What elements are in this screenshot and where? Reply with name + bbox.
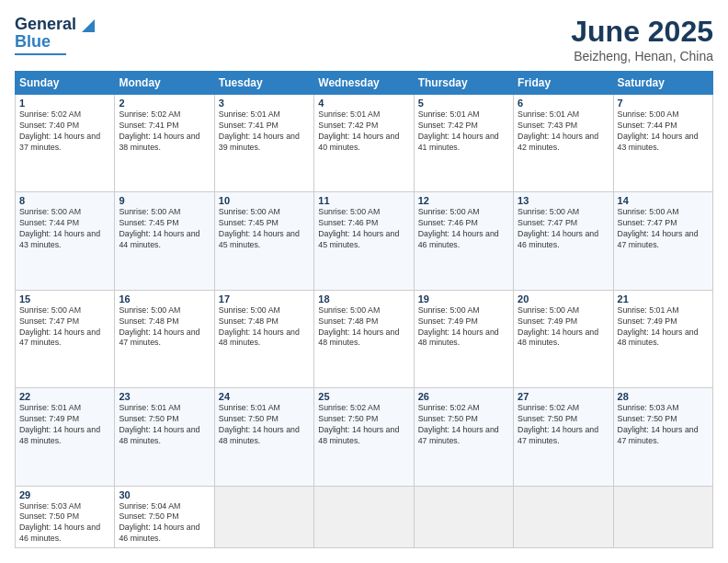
title-section: June 2025 Beizheng, Henan, China: [571, 15, 713, 63]
day-info: Sunrise: 5:00 AM Sunset: 7:48 PM Dayligh…: [219, 305, 310, 350]
day-number: 19: [418, 293, 509, 304]
table-row: 23 Sunrise: 5:01 AM Sunset: 7:50 PM Dayl…: [115, 388, 214, 486]
table-row: 28 Sunrise: 5:03 AM Sunset: 7:50 PM Dayl…: [613, 388, 712, 486]
day-number: 13: [518, 195, 609, 206]
day-number: 24: [219, 391, 310, 402]
day-number: 29: [19, 489, 110, 500]
table-row: [214, 486, 313, 548]
day-number: 25: [318, 391, 409, 402]
day-number: 27: [518, 391, 609, 402]
table-row: 11 Sunrise: 5:00 AM Sunset: 7:46 PM Dayl…: [314, 192, 414, 290]
table-row: 30 Sunrise: 5:04 AM Sunset: 7:50 PM Dayl…: [115, 486, 214, 548]
table-row: 18 Sunrise: 5:00 AM Sunset: 7:48 PM Dayl…: [314, 290, 414, 387]
day-info: Sunrise: 5:01 AM Sunset: 7:42 PM Dayligh…: [318, 109, 409, 154]
logo-underline: [15, 53, 66, 55]
day-info: Sunrise: 5:01 AM Sunset: 7:42 PM Dayligh…: [418, 109, 509, 154]
table-row: 25 Sunrise: 5:02 AM Sunset: 7:50 PM Dayl…: [314, 388, 414, 486]
svg-marker-0: [82, 19, 95, 32]
header-monday: Monday: [115, 72, 214, 95]
table-row: 4 Sunrise: 5:01 AM Sunset: 7:42 PM Dayli…: [314, 95, 414, 192]
header-wednesday: Wednesday: [314, 72, 414, 95]
day-info: Sunrise: 5:00 AM Sunset: 7:45 PM Dayligh…: [119, 207, 210, 251]
day-info: Sunrise: 5:00 AM Sunset: 7:48 PM Dayligh…: [119, 305, 210, 350]
day-number: 23: [119, 391, 210, 402]
header-saturday: Saturday: [613, 72, 712, 95]
table-row: 20 Sunrise: 5:00 AM Sunset: 7:49 PM Dayl…: [514, 290, 613, 387]
table-row: 19 Sunrise: 5:00 AM Sunset: 7:49 PM Dayl…: [414, 290, 513, 387]
day-info: Sunrise: 5:00 AM Sunset: 7:46 PM Dayligh…: [418, 207, 509, 251]
day-info: Sunrise: 5:02 AM Sunset: 7:50 PM Dayligh…: [518, 403, 609, 447]
day-info: Sunrise: 5:00 AM Sunset: 7:47 PM Dayligh…: [19, 305, 110, 350]
day-number: 17: [219, 293, 310, 304]
day-info: Sunrise: 5:00 AM Sunset: 7:45 PM Dayligh…: [219, 207, 310, 251]
day-number: 7: [618, 98, 709, 109]
day-number: 18: [318, 293, 409, 304]
day-number: 21: [618, 293, 709, 304]
day-number: 4: [318, 98, 409, 109]
day-info: Sunrise: 5:02 AM Sunset: 7:50 PM Dayligh…: [418, 403, 509, 447]
day-number: 12: [418, 195, 509, 206]
day-info: Sunrise: 5:00 AM Sunset: 7:48 PM Dayligh…: [318, 305, 409, 350]
table-row: 13 Sunrise: 5:00 AM Sunset: 7:47 PM Dayl…: [514, 192, 613, 290]
day-info: Sunrise: 5:04 AM Sunset: 7:50 PM Dayligh…: [119, 501, 210, 546]
page: General Blue June 2025 Beizheng, Henan, …: [0, 0, 728, 563]
day-number: 8: [19, 195, 110, 206]
day-info: Sunrise: 5:00 AM Sunset: 7:47 PM Dayligh…: [518, 207, 609, 251]
table-row: 15 Sunrise: 5:00 AM Sunset: 7:47 PM Dayl…: [16, 290, 115, 387]
table-row: 21 Sunrise: 5:01 AM Sunset: 7:49 PM Dayl…: [613, 290, 712, 387]
day-info: Sunrise: 5:00 AM Sunset: 7:49 PM Dayligh…: [518, 305, 609, 350]
header-tuesday: Tuesday: [214, 72, 313, 95]
calendar-subtitle: Beizheng, Henan, China: [571, 49, 713, 63]
header-thursday: Thursday: [414, 72, 513, 95]
day-info: Sunrise: 5:03 AM Sunset: 7:50 PM Dayligh…: [19, 501, 110, 546]
table-row: [314, 486, 414, 548]
day-info: Sunrise: 5:01 AM Sunset: 7:49 PM Dayligh…: [618, 305, 709, 350]
day-info: Sunrise: 5:00 AM Sunset: 7:47 PM Dayligh…: [618, 207, 709, 251]
day-info: Sunrise: 5:02 AM Sunset: 7:50 PM Dayligh…: [318, 403, 409, 447]
table-row: 27 Sunrise: 5:02 AM Sunset: 7:50 PM Dayl…: [514, 388, 613, 486]
day-number: 11: [318, 195, 409, 206]
day-info: Sunrise: 5:03 AM Sunset: 7:50 PM Dayligh…: [618, 403, 709, 447]
day-number: 3: [219, 98, 310, 109]
day-info: Sunrise: 5:02 AM Sunset: 7:40 PM Dayligh…: [19, 109, 110, 154]
day-number: 9: [119, 195, 210, 206]
logo-triangle-icon: [78, 16, 98, 34]
day-info: Sunrise: 5:01 AM Sunset: 7:50 PM Dayligh…: [119, 403, 210, 447]
calendar-title: June 2025: [571, 15, 713, 49]
calendar-table: Sunday Monday Tuesday Wednesday Thursday…: [15, 71, 713, 548]
table-row: [613, 486, 712, 548]
day-number: 2: [119, 98, 210, 109]
day-number: 28: [618, 391, 709, 402]
weekday-header-row: Sunday Monday Tuesday Wednesday Thursday…: [16, 72, 713, 95]
table-row: 6 Sunrise: 5:01 AM Sunset: 7:43 PM Dayli…: [514, 95, 613, 192]
day-number: 5: [418, 98, 509, 109]
day-number: 15: [19, 293, 110, 304]
day-info: Sunrise: 5:01 AM Sunset: 7:50 PM Dayligh…: [219, 403, 310, 447]
header: General Blue June 2025 Beizheng, Henan, …: [15, 15, 713, 63]
day-number: 6: [518, 98, 609, 109]
header-friday: Friday: [514, 72, 613, 95]
table-row: 14 Sunrise: 5:00 AM Sunset: 7:47 PM Dayl…: [613, 192, 712, 290]
table-row: 26 Sunrise: 5:02 AM Sunset: 7:50 PM Dayl…: [414, 388, 513, 486]
header-sunday: Sunday: [16, 72, 115, 95]
logo-general: General: [15, 15, 76, 34]
day-number: 20: [518, 293, 609, 304]
day-number: 1: [19, 98, 110, 109]
table-row: 10 Sunrise: 5:00 AM Sunset: 7:45 PM Dayl…: [214, 192, 313, 290]
day-info: Sunrise: 5:01 AM Sunset: 7:41 PM Dayligh…: [219, 109, 310, 154]
day-number: 16: [119, 293, 210, 304]
table-row: 8 Sunrise: 5:00 AM Sunset: 7:44 PM Dayli…: [16, 192, 115, 290]
day-info: Sunrise: 5:00 AM Sunset: 7:46 PM Dayligh…: [318, 207, 409, 251]
table-row: 22 Sunrise: 5:01 AM Sunset: 7:49 PM Dayl…: [16, 388, 115, 486]
day-info: Sunrise: 5:00 AM Sunset: 7:44 PM Dayligh…: [19, 207, 110, 251]
table-row: 1 Sunrise: 5:02 AM Sunset: 7:40 PM Dayli…: [16, 95, 115, 192]
table-row: 3 Sunrise: 5:01 AM Sunset: 7:41 PM Dayli…: [214, 95, 313, 192]
day-number: 26: [418, 391, 509, 402]
day-info: Sunrise: 5:02 AM Sunset: 7:41 PM Dayligh…: [119, 109, 210, 154]
table-row: 16 Sunrise: 5:00 AM Sunset: 7:48 PM Dayl…: [115, 290, 214, 387]
day-number: 30: [119, 489, 210, 500]
table-row: 9 Sunrise: 5:00 AM Sunset: 7:45 PM Dayli…: [115, 192, 214, 290]
table-row: 2 Sunrise: 5:02 AM Sunset: 7:41 PM Dayli…: [115, 95, 214, 192]
table-row: [514, 486, 613, 548]
day-info: Sunrise: 5:01 AM Sunset: 7:43 PM Dayligh…: [518, 109, 609, 154]
